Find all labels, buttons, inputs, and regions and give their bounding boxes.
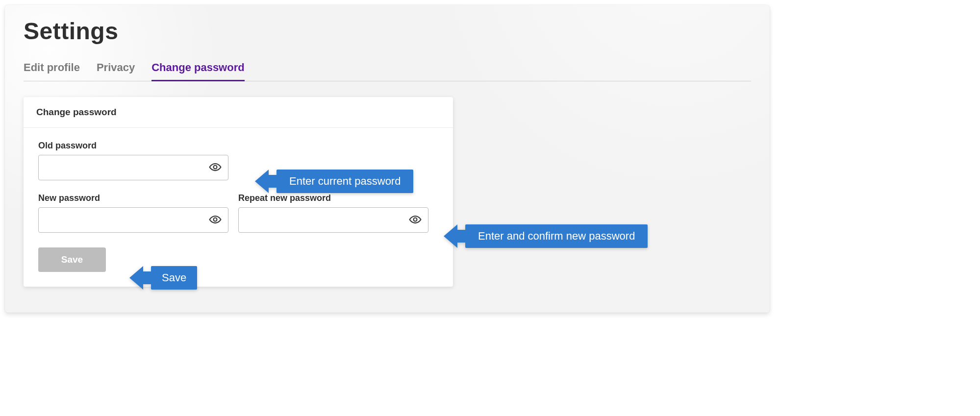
- repeat-password-field: Repeat new password: [238, 193, 428, 233]
- old-password-input-wrap: [38, 155, 228, 180]
- arrow-left-icon: [444, 224, 465, 248]
- save-button[interactable]: Save: [38, 247, 106, 272]
- svg-point-2: [414, 218, 417, 221]
- svg-point-0: [214, 165, 217, 169]
- settings-page: Settings Edit profile Privacy Change pas…: [5, 5, 770, 313]
- toggle-old-password-visibility[interactable]: [207, 159, 224, 176]
- annotation-label: Enter and confirm new password: [465, 224, 648, 248]
- card-body: Old password New password: [24, 128, 453, 287]
- annotation-label: Enter current password: [276, 170, 413, 193]
- arrow-left-icon: [129, 266, 151, 290]
- annotation-new-password: Enter and confirm new password: [444, 224, 648, 248]
- annotation-old-password: Enter current password: [255, 170, 413, 193]
- tab-privacy[interactable]: Privacy: [97, 61, 135, 81]
- new-password-field: New password: [38, 193, 228, 233]
- annotation-save: Save: [129, 266, 197, 290]
- toggle-new-password-visibility[interactable]: [207, 212, 224, 228]
- eye-icon: [409, 213, 422, 227]
- annotation-label: Save: [151, 266, 197, 290]
- eye-icon: [209, 213, 222, 227]
- repeat-password-input[interactable]: [238, 207, 428, 233]
- toggle-repeat-password-visibility[interactable]: [407, 212, 424, 228]
- eye-icon: [209, 161, 222, 175]
- new-password-input[interactable]: [38, 207, 228, 233]
- repeat-password-label: Repeat new password: [238, 193, 428, 203]
- tab-edit-profile[interactable]: Edit profile: [24, 61, 80, 81]
- old-password-input[interactable]: [38, 155, 228, 180]
- new-password-label: New password: [38, 193, 228, 203]
- svg-point-1: [214, 218, 217, 221]
- tab-change-password[interactable]: Change password: [151, 61, 244, 81]
- repeat-password-input-wrap: [238, 207, 428, 233]
- new-password-input-wrap: [38, 207, 228, 233]
- settings-tabs: Edit profile Privacy Change password: [24, 61, 751, 81]
- page-title: Settings: [24, 18, 751, 45]
- old-password-label: Old password: [38, 141, 438, 151]
- card-title: Change password: [24, 97, 453, 128]
- arrow-left-icon: [255, 170, 276, 193]
